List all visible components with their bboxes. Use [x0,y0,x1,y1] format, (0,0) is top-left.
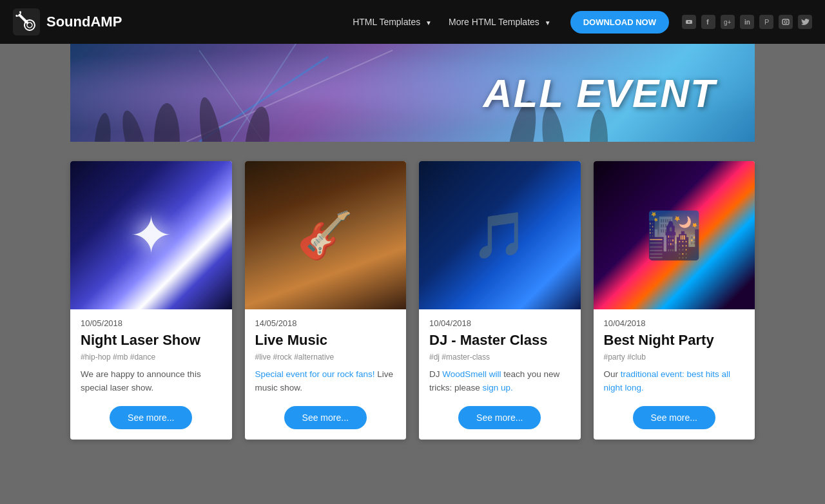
event-card-2: 14/05/2018 Live Music #live #rock #alter… [245,161,407,440]
card-body-4: 10/04/2018 Best Night Party #party #club… [594,309,755,440]
card-tags-3: #dj #master-class [429,353,570,362]
instagram-icon[interactable] [779,15,793,29]
card-date-4: 10/04/2018 [604,318,745,328]
cards-section: 10/05/2018 Night Laser Show #hip-hop #mb… [70,161,755,440]
more-templates-caret: ▼ [545,19,551,26]
guitar-icon [13,8,40,35]
card-desc-1: We are happy to announce this special la… [81,368,222,394]
card-title-4: Best Night Party [604,332,745,349]
card-desc-3: DJ WoodSmell will teach you new tricks: … [429,368,570,394]
page-wrapper: SoundAMP HTML Templates ▼ More HTML Temp… [0,0,825,504]
event-card-3: 10/04/2018 DJ - Master Class #dj #master… [419,161,581,440]
nav-links: HTML Templates ▼ More HTML Templates ▼ D… [346,11,812,34]
brand-link[interactable]: SoundAMP [13,8,122,35]
youtube-icon[interactable] [682,15,696,29]
card-desc-4: Our traditional event: best hits all nig… [604,368,745,394]
svg-point-16 [788,19,788,20]
svg-text:f: f [706,18,709,26]
social-icons: f g+ in P [682,15,812,29]
facebook-icon[interactable]: f [701,15,715,29]
svg-text:in: in [744,19,750,26]
twitter-icon[interactable] [798,15,812,29]
card-image-2 [245,161,407,309]
card-title-1: Night Laser Show [81,332,222,349]
card-body-2: 14/05/2018 Live Music #live #rock #alter… [245,309,407,440]
hero-title: ALL EVENT [483,70,755,116]
svg-point-22 [195,95,229,142]
card-desc-link-3b: sign up. [483,383,513,393]
card-image-1 [70,161,232,309]
card-date-1: 10/05/2018 [81,318,222,328]
svg-point-15 [784,21,787,23]
banner-wrapper: ALL EVENT [0,44,825,142]
html-templates-link[interactable]: HTML Templates ▼ [346,13,438,31]
linkedin-icon[interactable]: in [740,15,754,29]
card-desc-2: Special event for our rock fans! Live mu… [255,368,396,394]
download-button[interactable]: DOWNLOAD NOW [570,11,669,34]
more-templates-link[interactable]: More HTML Templates ▼ [442,13,558,31]
card-tags-2: #live #rock #alternative [255,353,396,362]
card-title-2: Live Music [255,332,396,349]
see-more-button-3[interactable]: See more... [458,406,541,429]
card-desc-link-4a: traditional event: best hits all night l… [604,369,731,392]
svg-text:g+: g+ [724,19,732,26]
html-templates-caret: ▼ [425,19,432,26]
card-date-2: 14/05/2018 [255,318,396,328]
pinterest-icon[interactable]: P [759,15,773,29]
card-image-4 [594,161,755,309]
event-card-1: 10/05/2018 Night Laser Show #hip-hop #mb… [70,161,232,440]
card-desc-link-2a: Special event for our rock fans! [255,369,375,379]
card-date-3: 10/04/2018 [429,318,570,328]
event-card-4: 10/04/2018 Best Night Party #party #club… [594,161,755,440]
svg-point-24 [118,108,152,142]
see-more-button-4[interactable]: See more... [633,406,715,429]
see-more-button-1[interactable]: See more... [110,406,192,429]
card-tags-4: #party #club [604,353,745,362]
card-image-3 [419,161,581,309]
googleplus-icon[interactable]: g+ [721,15,735,29]
navbar: SoundAMP HTML Templates ▼ More HTML Temp… [0,0,825,44]
card-title-3: DJ - Master Class [429,332,570,349]
brand-name: SoundAMP [46,14,122,30]
svg-point-25 [92,112,113,142]
hero-banner: ALL EVENT [70,44,755,142]
card-body-1: 10/05/2018 Night Laser Show #hip-hop #mb… [70,309,232,440]
svg-text:P: P [764,18,769,26]
card-tags-1: #hip-hop #mb #dance [81,353,222,362]
card-desc-link-3a: WoodSmell will [442,369,501,379]
see-more-button-2[interactable]: See more... [284,406,367,429]
svg-point-21 [154,103,180,142]
card-body-3: 10/04/2018 DJ - Master Class #dj #master… [419,309,581,440]
